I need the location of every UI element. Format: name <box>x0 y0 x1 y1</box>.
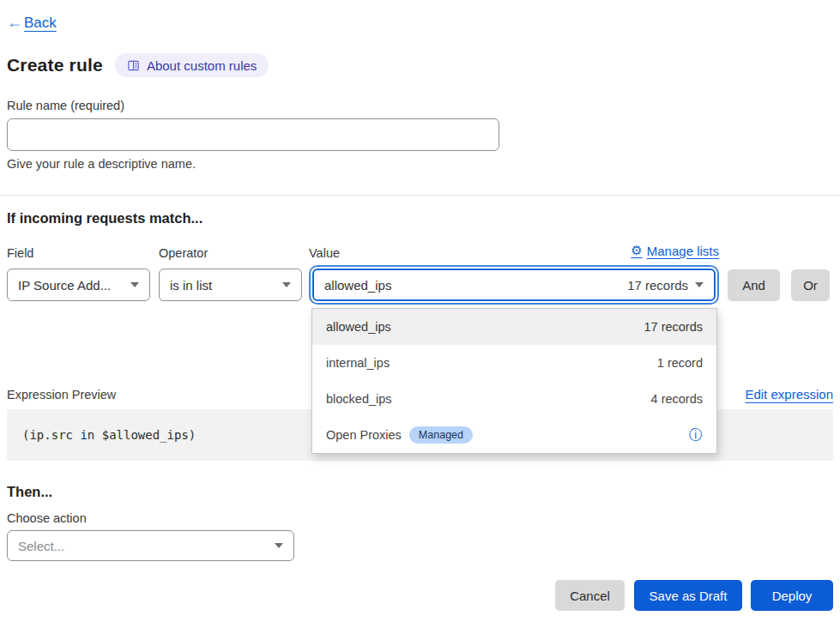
chevron-down-icon <box>130 282 139 287</box>
value-select-selected: allowed_ips <box>324 278 391 293</box>
match-section-heading: If incoming requests match... <box>7 210 833 226</box>
action-select[interactable]: Select... <box>7 530 294 561</box>
list-option-blocked-ips[interactable]: blocked_ips 4 records <box>312 381 716 417</box>
list-option-name: blocked_ips <box>326 392 392 406</box>
title-row: Create rule About custom rules <box>7 53 833 77</box>
info-icon[interactable]: ⓘ <box>689 428 703 442</box>
manage-lists-link[interactable]: ⚙ Manage lists <box>631 243 719 258</box>
list-option-name: Open Proxies <box>326 428 402 442</box>
field-select[interactable]: IP Source Add... <box>7 269 150 301</box>
edit-expression-link[interactable]: Edit expression <box>745 387 833 402</box>
create-rule-page: ←Back Create rule About custom rules Rul… <box>0 0 840 634</box>
lists-dropdown: allowed_ips 17 records internal_ips 1 re… <box>311 308 717 454</box>
rule-name-input[interactable] <box>7 118 499 151</box>
about-badge-label: About custom rules <box>147 58 257 73</box>
list-option-count: 1 record <box>657 356 703 370</box>
criteria-row: Field IP Source Add... Operator is in li… <box>7 246 833 301</box>
managed-badge: Managed <box>409 426 473 444</box>
save-as-draft-button[interactable]: Save as Draft <box>634 580 742 611</box>
or-button[interactable]: Or <box>791 269 830 301</box>
list-option-name: internal_ips <box>326 356 390 370</box>
section-divider <box>0 195 840 196</box>
list-option-open-proxies[interactable]: Open Proxies Managed ⓘ <box>312 417 716 453</box>
list-option-name: allowed_ips <box>326 320 391 334</box>
footer-actions: Cancel Save as Draft Deploy <box>7 580 833 611</box>
book-icon <box>127 59 140 72</box>
operator-column: Operator is in list <box>159 246 302 301</box>
list-option-count: 4 records <box>651 392 703 406</box>
choose-action-label: Choose action <box>7 511 833 525</box>
field-label: Field <box>7 246 150 269</box>
value-select-count: 17 records <box>627 278 688 293</box>
field-select-value: IP Source Add... <box>18 278 111 293</box>
page-title: Create rule <box>7 55 103 75</box>
value-label: Value <box>309 246 340 269</box>
rule-name-label: Rule name (required) <box>7 99 833 112</box>
rule-name-helper: Give your rule a descriptive name. <box>7 157 833 171</box>
value-select[interactable]: allowed_ips 17 records <box>312 269 716 301</box>
value-header: Value ⚙ Manage lists <box>309 246 719 269</box>
manage-lists-label: Manage lists <box>647 244 719 258</box>
back-link-label: Back <box>24 15 57 32</box>
back-row: ←Back <box>7 0 833 32</box>
list-option-count: 17 records <box>644 320 703 334</box>
back-link[interactable]: ←Back <box>7 14 57 32</box>
cancel-button[interactable]: Cancel <box>555 580 625 611</box>
back-arrow-icon: ← <box>7 14 22 32</box>
chevron-down-icon <box>695 282 704 287</box>
expression-code: (ip.src in $allowed_ips) <box>22 428 196 442</box>
gear-icon: ⚙ <box>631 243 642 258</box>
list-option-allowed-ips[interactable]: allowed_ips 17 records <box>312 309 716 345</box>
value-column: Value ⚙ Manage lists allowed_ips 17 reco… <box>309 246 719 301</box>
operator-select[interactable]: is in list <box>159 269 302 301</box>
operator-select-value: is in list <box>170 278 212 293</box>
then-heading: Then... <box>7 484 833 500</box>
and-button[interactable]: And <box>728 269 780 301</box>
deploy-button[interactable]: Deploy <box>751 580 833 611</box>
action-select-placeholder: Select... <box>18 539 64 553</box>
expression-preview-label: Expression Preview <box>7 388 116 402</box>
operator-label: Operator <box>159 246 302 269</box>
field-column: Field IP Source Add... <box>7 246 150 301</box>
chevron-down-icon <box>282 282 291 287</box>
list-option-internal-ips[interactable]: internal_ips 1 record <box>312 345 716 381</box>
chevron-down-icon <box>275 543 283 548</box>
about-custom-rules-link[interactable]: About custom rules <box>115 53 269 77</box>
